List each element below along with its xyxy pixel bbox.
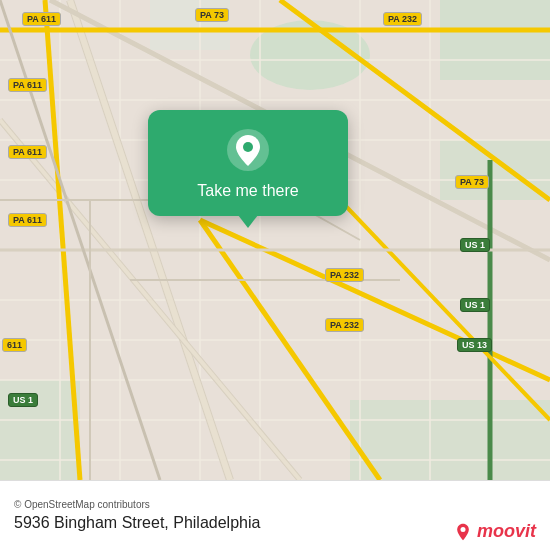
svg-point-42: [243, 142, 253, 152]
badge-us13: US 13: [457, 338, 492, 352]
svg-rect-3: [440, 140, 550, 200]
svg-rect-2: [440, 0, 550, 80]
badge-us1-lower: US 1: [460, 298, 490, 312]
bottom-info-bar: © OpenStreetMap contributors 5936 Bingha…: [0, 480, 550, 550]
moovit-text: moovit: [477, 521, 536, 542]
badge-pa611-top-left: PA 611: [22, 12, 61, 26]
badge-pa73-right: PA 73: [455, 175, 489, 189]
osm-credit: © OpenStreetMap contributors: [14, 499, 536, 510]
badge-pa611-left1: PA 611: [8, 78, 47, 92]
location-pin-icon: [226, 128, 270, 172]
badge-us1-bottom: US 1: [8, 393, 38, 407]
svg-point-43: [460, 527, 465, 532]
app-container: PA 611 PA 73 PA 232 PA 611 PA 611 PA 611…: [0, 0, 550, 550]
badge-pa232-lower: PA 232: [325, 318, 364, 332]
badge-pa611-left3: PA 611: [8, 213, 47, 227]
badge-611-bottom: 611: [2, 338, 27, 352]
svg-rect-5: [350, 400, 550, 480]
badge-pa232-top-right: PA 232: [383, 12, 422, 26]
map-view[interactable]: PA 611 PA 73 PA 232 PA 611 PA 611 PA 611…: [0, 0, 550, 480]
popup-label: Take me there: [197, 182, 298, 200]
badge-pa73-top: PA 73: [195, 8, 229, 22]
moovit-pin-icon: [453, 522, 473, 542]
badge-us1-right: US 1: [460, 238, 490, 252]
badge-pa611-left2: PA 611: [8, 145, 47, 159]
badge-pa232-mid: PA 232: [325, 268, 364, 282]
moovit-logo: moovit: [453, 521, 536, 542]
popup-card[interactable]: Take me there: [148, 110, 348, 216]
